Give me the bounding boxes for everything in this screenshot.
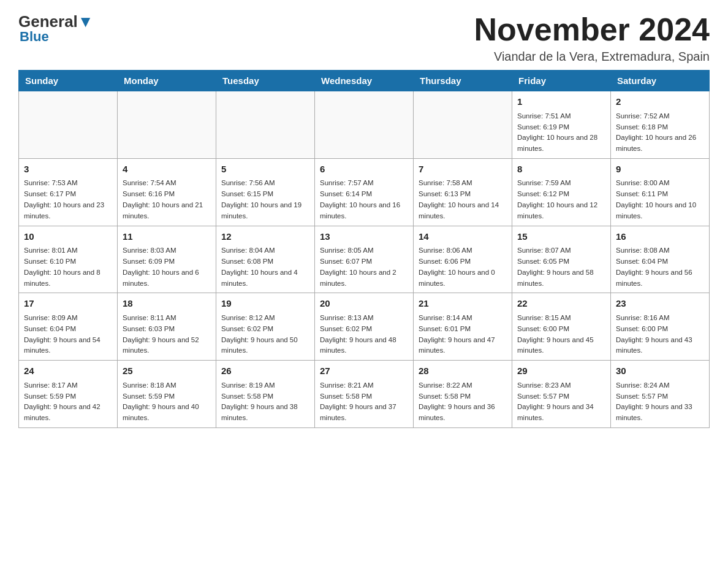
day-info: Sunrise: 8:17 AMSunset: 5:59 PMDaylight:… (24, 380, 112, 424)
calendar-table: Sunday Monday Tuesday Wednesday Thursday… (18, 70, 710, 428)
day-info: Sunrise: 7:59 AMSunset: 6:12 PMDaylight:… (517, 178, 605, 221)
table-row: 9Sunrise: 8:00 AMSunset: 6:11 PMDaylight… (611, 158, 710, 226)
day-info: Sunrise: 8:03 AMSunset: 6:09 PMDaylight:… (123, 245, 211, 289)
logo-triangle-icon: ▼ (78, 12, 94, 31)
table-row: 27Sunrise: 8:21 AMSunset: 5:58 PMDayligh… (315, 361, 414, 428)
month-title: November 2024 (474, 12, 710, 47)
day-info: Sunrise: 8:19 AMSunset: 5:58 PMDaylight:… (221, 380, 309, 424)
calendar-week-row: 1Sunrise: 7:51 AMSunset: 6:19 PMDaylight… (19, 91, 710, 159)
day-number: 15 (517, 230, 605, 244)
day-number: 21 (419, 297, 507, 311)
day-number: 7 (419, 163, 507, 177)
col-friday: Friday (512, 71, 611, 91)
calendar-week-row: 17Sunrise: 8:09 AMSunset: 6:04 PMDayligh… (19, 293, 710, 361)
table-row: 1Sunrise: 7:51 AMSunset: 6:19 PMDaylight… (512, 91, 611, 159)
table-row: 12Sunrise: 8:04 AMSunset: 6:08 PMDayligh… (216, 226, 315, 293)
day-number: 17 (24, 297, 112, 311)
table-row: 6Sunrise: 7:57 AMSunset: 6:14 PMDaylight… (315, 158, 414, 226)
day-number: 20 (320, 297, 408, 311)
col-tuesday: Tuesday (216, 71, 315, 91)
day-number: 22 (517, 297, 605, 311)
title-section: November 2024 Viandar de la Vera, Extrem… (474, 12, 710, 64)
day-number: 12 (221, 230, 309, 244)
table-row: 17Sunrise: 8:09 AMSunset: 6:04 PMDayligh… (19, 293, 118, 361)
day-info: Sunrise: 8:12 AMSunset: 6:02 PMDaylight:… (221, 313, 309, 356)
day-info: Sunrise: 8:08 AMSunset: 6:04 PMDaylight:… (616, 245, 704, 289)
table-row: 21Sunrise: 8:14 AMSunset: 6:01 PMDayligh… (414, 293, 512, 361)
day-info: Sunrise: 8:21 AMSunset: 5:58 PMDaylight:… (320, 380, 408, 424)
table-row: 23Sunrise: 8:16 AMSunset: 6:00 PMDayligh… (611, 293, 710, 361)
day-info: Sunrise: 7:52 AMSunset: 6:18 PMDaylight:… (616, 111, 704, 155)
day-number: 29 (517, 364, 605, 378)
day-number: 28 (419, 364, 507, 378)
table-row: 22Sunrise: 8:15 AMSunset: 6:00 PMDayligh… (512, 293, 611, 361)
day-number: 30 (616, 364, 704, 378)
table-row: 3Sunrise: 7:53 AMSunset: 6:17 PMDaylight… (19, 158, 118, 226)
day-info: Sunrise: 7:58 AMSunset: 6:13 PMDaylight:… (419, 178, 507, 221)
col-sunday: Sunday (19, 71, 118, 91)
day-info: Sunrise: 8:22 AMSunset: 5:58 PMDaylight:… (419, 380, 507, 424)
table-row: 8Sunrise: 7:59 AMSunset: 6:12 PMDaylight… (512, 158, 611, 226)
calendar-week-row: 24Sunrise: 8:17 AMSunset: 5:59 PMDayligh… (19, 361, 710, 428)
day-info: Sunrise: 8:11 AMSunset: 6:03 PMDaylight:… (123, 313, 211, 356)
table-row (19, 91, 118, 159)
table-row: 28Sunrise: 8:22 AMSunset: 5:58 PMDayligh… (414, 361, 512, 428)
day-number: 13 (320, 230, 408, 244)
col-saturday: Saturday (611, 71, 710, 91)
day-info: Sunrise: 8:09 AMSunset: 6:04 PMDaylight:… (24, 313, 112, 356)
col-monday: Monday (118, 71, 216, 91)
table-row: 18Sunrise: 8:11 AMSunset: 6:03 PMDayligh… (118, 293, 216, 361)
table-row: 4Sunrise: 7:54 AMSunset: 6:16 PMDaylight… (118, 158, 216, 226)
table-row: 30Sunrise: 8:24 AMSunset: 5:57 PMDayligh… (611, 361, 710, 428)
col-wednesday: Wednesday (315, 71, 414, 91)
table-row: 16Sunrise: 8:08 AMSunset: 6:04 PMDayligh… (611, 226, 710, 293)
table-row: 2Sunrise: 7:52 AMSunset: 6:18 PMDaylight… (611, 91, 710, 159)
table-row (414, 91, 512, 159)
day-number: 2 (616, 95, 704, 109)
day-number: 18 (123, 297, 211, 311)
day-info: Sunrise: 8:15 AMSunset: 6:00 PMDaylight:… (517, 313, 605, 356)
day-info: Sunrise: 8:00 AMSunset: 6:11 PMDaylight:… (616, 178, 704, 221)
day-info: Sunrise: 8:01 AMSunset: 6:10 PMDaylight:… (24, 245, 112, 289)
table-row: 25Sunrise: 8:18 AMSunset: 5:59 PMDayligh… (118, 361, 216, 428)
table-row (216, 91, 315, 159)
table-row (315, 91, 414, 159)
table-row (118, 91, 216, 159)
day-number: 4 (123, 163, 211, 177)
day-number: 1 (517, 95, 605, 109)
day-number: 26 (221, 364, 309, 378)
day-info: Sunrise: 8:14 AMSunset: 6:01 PMDaylight:… (419, 313, 507, 356)
table-row: 5Sunrise: 7:56 AMSunset: 6:15 PMDaylight… (216, 158, 315, 226)
table-row: 13Sunrise: 8:05 AMSunset: 6:07 PMDayligh… (315, 226, 414, 293)
day-number: 5 (221, 163, 309, 177)
day-info: Sunrise: 8:04 AMSunset: 6:08 PMDaylight:… (221, 245, 309, 289)
day-info: Sunrise: 8:05 AMSunset: 6:07 PMDaylight:… (320, 245, 408, 289)
day-info: Sunrise: 7:56 AMSunset: 6:15 PMDaylight:… (221, 178, 309, 221)
day-number: 9 (616, 163, 704, 177)
table-row: 14Sunrise: 8:06 AMSunset: 6:06 PMDayligh… (414, 226, 512, 293)
logo-blue-text: Blue (20, 29, 49, 45)
table-row: 15Sunrise: 8:07 AMSunset: 6:05 PMDayligh… (512, 226, 611, 293)
day-number: 14 (419, 230, 507, 244)
day-number: 24 (24, 364, 112, 378)
table-row: 20Sunrise: 8:13 AMSunset: 6:02 PMDayligh… (315, 293, 414, 361)
day-number: 3 (24, 163, 112, 177)
table-row: 19Sunrise: 8:12 AMSunset: 6:02 PMDayligh… (216, 293, 315, 361)
day-info: Sunrise: 8:13 AMSunset: 6:02 PMDaylight:… (320, 313, 408, 356)
calendar-header-row: Sunday Monday Tuesday Wednesday Thursday… (19, 71, 710, 91)
calendar-week-row: 3Sunrise: 7:53 AMSunset: 6:17 PMDaylight… (19, 158, 710, 226)
logo: General▼ Blue (18, 12, 94, 45)
day-info: Sunrise: 8:18 AMSunset: 5:59 PMDaylight:… (123, 380, 211, 424)
day-info: Sunrise: 8:07 AMSunset: 6:05 PMDaylight:… (517, 245, 605, 289)
day-number: 8 (517, 163, 605, 177)
table-row: 29Sunrise: 8:23 AMSunset: 5:57 PMDayligh… (512, 361, 611, 428)
col-thursday: Thursday (414, 71, 512, 91)
day-number: 25 (123, 364, 211, 378)
day-number: 23 (616, 297, 704, 311)
day-number: 10 (24, 230, 112, 244)
calendar-week-row: 10Sunrise: 8:01 AMSunset: 6:10 PMDayligh… (19, 226, 710, 293)
table-row: 7Sunrise: 7:58 AMSunset: 6:13 PMDaylight… (414, 158, 512, 226)
day-info: Sunrise: 7:57 AMSunset: 6:14 PMDaylight:… (320, 178, 408, 221)
day-number: 6 (320, 163, 408, 177)
day-info: Sunrise: 7:51 AMSunset: 6:19 PMDaylight:… (517, 111, 605, 155)
